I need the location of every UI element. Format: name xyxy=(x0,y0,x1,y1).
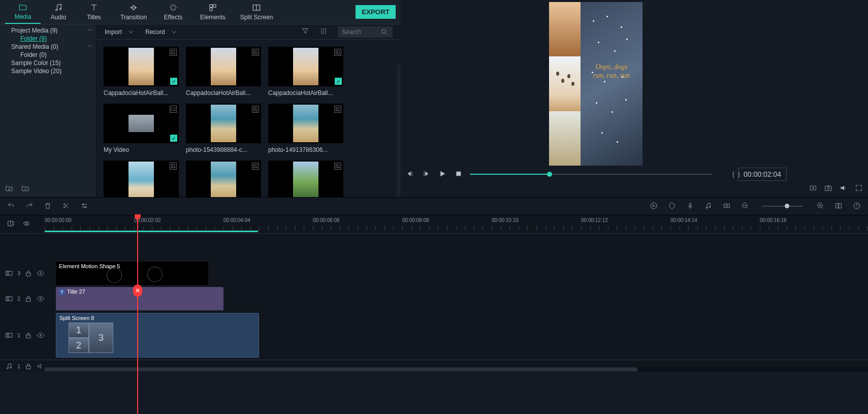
audio-mixer-button[interactable] xyxy=(704,202,713,211)
quality-icon[interactable] xyxy=(809,184,817,194)
tree-sample-video[interactable]: Sample Video (20) xyxy=(0,67,96,75)
delete-folder-icon[interactable] xyxy=(21,184,29,194)
fullscreen-icon[interactable] xyxy=(855,184,863,194)
tree-shared-media[interactable]: Shared Media (0) xyxy=(0,43,96,51)
tree-folder-1[interactable]: Folder (9) xyxy=(0,35,96,43)
split-button[interactable] xyxy=(62,202,70,211)
svg-point-32 xyxy=(337,165,337,166)
svg-point-28 xyxy=(172,165,173,166)
svg-point-0 xyxy=(56,9,57,11)
help-button[interactable] xyxy=(853,202,861,211)
tab-transition[interactable]: Transition xyxy=(112,1,155,24)
render-button[interactable] xyxy=(650,202,658,211)
timeline-ruler[interactable]: 00:00:00:0000:00:02:0200:00:04:0400:00:0… xyxy=(45,215,868,233)
snapshot-icon[interactable] xyxy=(824,184,832,194)
timeline-playhead[interactable] xyxy=(137,216,138,414)
svg-point-15 xyxy=(382,29,386,33)
track-manager-icon[interactable] xyxy=(7,219,15,229)
ruler-label: 00:00:14:14 xyxy=(670,217,697,223)
timeline-toolbar xyxy=(0,197,868,215)
undo-button[interactable] xyxy=(7,202,15,211)
track-head-audio[interactable]: 1 xyxy=(0,362,45,370)
tab-elements[interactable]: Elements xyxy=(191,1,235,24)
tab-splitscreen[interactable]: Split Screen xyxy=(235,1,278,24)
svg-point-30 xyxy=(254,165,255,166)
project-tree: Project Media (9) Folder (9) Shared Medi… xyxy=(0,24,97,197)
tree-sample-color[interactable]: Sample Color (15) xyxy=(0,59,96,67)
tree-project-media[interactable]: Project Media (9) xyxy=(0,26,96,35)
media-item[interactable]: photo-1543988884-c... xyxy=(186,104,261,153)
ruler-label: 00:00:04:04 xyxy=(223,217,250,223)
tab-titles[interactable]: Titles xyxy=(76,1,112,24)
adjust-button[interactable] xyxy=(80,202,88,211)
grid-view-icon[interactable] xyxy=(319,27,328,37)
zoom-slider[interactable] xyxy=(762,206,803,207)
lock-icon xyxy=(24,269,33,277)
track-head-2[interactable]: 2 xyxy=(0,295,45,303)
svg-point-42 xyxy=(651,203,657,209)
svg-point-7 xyxy=(323,28,324,29)
timeline-h-scrollbar[interactable] xyxy=(45,367,868,372)
svg-point-45 xyxy=(709,206,711,208)
new-folder-icon[interactable] xyxy=(5,184,13,194)
svg-point-13 xyxy=(323,33,324,33)
main-tabs: Media Audio Titles Transition Effects El… xyxy=(0,0,401,24)
voiceover-button[interactable] xyxy=(686,202,694,211)
svg-point-8 xyxy=(325,28,326,29)
stop-button[interactable] xyxy=(454,170,464,178)
ruler-label: 00:00:06:06 xyxy=(313,217,340,223)
media-item[interactable]: ✓My Video xyxy=(104,104,179,153)
svg-rect-50 xyxy=(839,203,842,208)
volume-icon[interactable] xyxy=(840,184,848,194)
media-item[interactable]: photo-14913786306... xyxy=(268,104,343,153)
svg-point-44 xyxy=(706,207,708,208)
svg-rect-4 xyxy=(210,8,212,11)
media-item[interactable]: ✓CappadociaHotAirBall... xyxy=(268,47,343,97)
clip-effect[interactable]: Element Motion Shape 5 xyxy=(56,262,208,285)
auto-ripple-icon[interactable] xyxy=(22,219,30,229)
svg-point-24 xyxy=(254,108,255,109)
media-item[interactable]: ✓CappadociaHotAirBall... xyxy=(104,47,179,97)
svg-rect-43 xyxy=(690,203,691,206)
delete-button[interactable] xyxy=(44,202,52,211)
svg-point-37 xyxy=(827,187,829,189)
media-caption: CappadociaHotAirBall... xyxy=(268,89,343,97)
svg-rect-57 xyxy=(26,298,30,301)
svg-point-21 xyxy=(337,51,337,52)
lock-icon xyxy=(24,295,33,303)
zoom-in-button[interactable] xyxy=(816,202,824,211)
media-item[interactable] xyxy=(268,161,343,197)
keyframe-button[interactable] xyxy=(723,202,731,211)
track-head-1[interactable]: 1 xyxy=(0,331,45,339)
lock-icon xyxy=(24,331,33,339)
media-item[interactable] xyxy=(186,161,261,197)
svg-point-11 xyxy=(325,30,326,31)
track-head-3[interactable]: 3 xyxy=(0,269,45,277)
marker-button[interactable] xyxy=(668,202,676,211)
zoom-out-button[interactable] xyxy=(741,202,749,211)
media-scrollbar[interactable] xyxy=(397,64,401,197)
media-item[interactable] xyxy=(104,161,179,197)
import-dropdown[interactable]: Import xyxy=(105,28,135,36)
export-button[interactable]: EXPORT xyxy=(356,5,396,19)
media-caption: photo-14913786306... xyxy=(268,146,343,153)
tree-folder-2[interactable]: Folder (0) xyxy=(0,51,96,59)
tab-audio[interactable]: Audio xyxy=(41,1,76,24)
preview-progress[interactable] xyxy=(470,174,712,175)
transition-delete-icon[interactable]: ✕ xyxy=(133,284,142,297)
media-item[interactable]: CappadociaHotAirBall... xyxy=(186,47,261,97)
record-dropdown[interactable]: Record xyxy=(145,28,178,36)
search-input[interactable] xyxy=(338,26,393,38)
next-frame-button[interactable] xyxy=(421,170,431,178)
svg-point-10 xyxy=(323,30,324,31)
play-button[interactable] xyxy=(437,170,447,178)
filter-icon[interactable] xyxy=(301,27,309,37)
zoom-fit-button[interactable] xyxy=(834,202,843,211)
redo-button[interactable] xyxy=(25,202,34,211)
tab-media[interactable]: Media xyxy=(5,1,41,24)
svg-rect-54 xyxy=(26,273,30,276)
prev-frame-button[interactable] xyxy=(405,170,415,178)
tab-effects[interactable]: Effects xyxy=(155,1,191,24)
clip-video[interactable]: Split Screen 8 1 2 3 xyxy=(56,313,259,358)
lock-icon xyxy=(24,362,33,370)
